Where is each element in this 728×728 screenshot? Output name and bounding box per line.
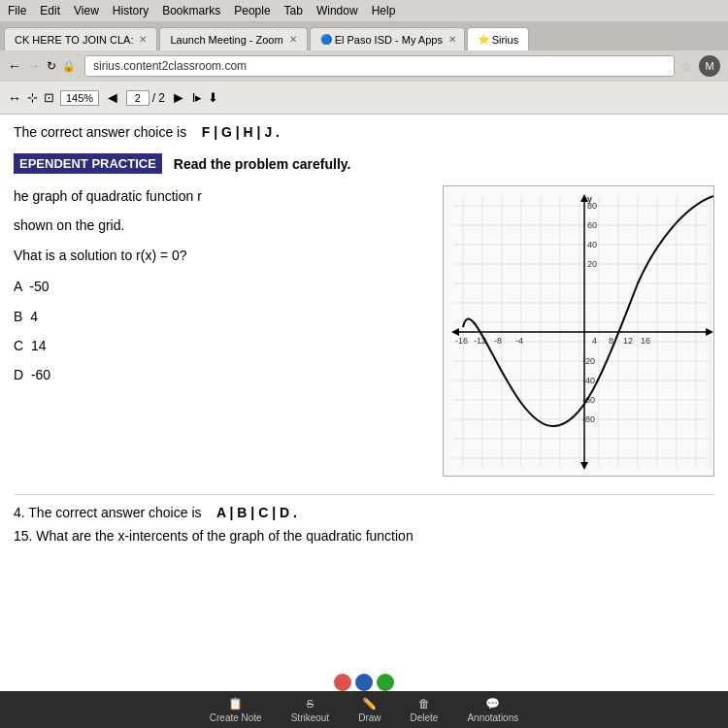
menu-people[interactable]: People bbox=[234, 4, 270, 17]
svg-text:40: 40 bbox=[587, 240, 597, 249]
menu-bar: File Edit View History Bookmarks People … bbox=[0, 0, 728, 21]
cursor-icon[interactable]: ⊹ bbox=[27, 90, 38, 105]
correct-answer-4: 4. The correct answer choice is A | B | … bbox=[14, 505, 714, 520]
svg-text:-20: -20 bbox=[582, 356, 595, 366]
correct-answer-prefix: The correct answer choice is bbox=[14, 124, 186, 140]
choice-d-letter: D bbox=[14, 367, 23, 382]
svg-text:80: 80 bbox=[587, 201, 597, 211]
profile-icon[interactable]: M bbox=[699, 55, 720, 77]
section-instruction: Read the problem carefully. bbox=[174, 156, 351, 172]
menu-tab[interactable]: Tab bbox=[284, 4, 303, 17]
svg-text:-80: -80 bbox=[582, 414, 595, 424]
color-dot-blue[interactable] bbox=[355, 674, 373, 691]
delete-icon: 🗑 bbox=[415, 697, 433, 711]
page-input[interactable]: 2 bbox=[126, 90, 149, 106]
create-note-label: Create Note bbox=[210, 712, 262, 723]
page-separator: / bbox=[152, 91, 155, 105]
correct-answer-3: The correct answer choice is F | G | H |… bbox=[14, 124, 714, 140]
page-total: 2 bbox=[158, 91, 165, 105]
tab-label: Launch Meeting - Zoom bbox=[170, 34, 282, 46]
delete-button[interactable]: 🗑 Delete bbox=[411, 697, 439, 723]
page-content: The correct answer choice is F | G | H |… bbox=[0, 115, 728, 691]
choice-c-letter: C bbox=[14, 338, 23, 353]
svg-text:16: 16 bbox=[641, 336, 650, 346]
svg-text:-16: -16 bbox=[455, 336, 468, 346]
download-icon[interactable]: ⬇ bbox=[208, 90, 218, 105]
menu-file[interactable]: File bbox=[8, 4, 26, 17]
menu-bookmarks[interactable]: Bookmarks bbox=[162, 4, 220, 17]
parabola-curve bbox=[463, 196, 713, 426]
fit-page-button[interactable]: I▸ bbox=[192, 90, 203, 105]
back-button[interactable]: ← bbox=[8, 58, 21, 74]
question-5-text: 15. What are the x-intercents of the gra… bbox=[14, 528, 414, 544]
prev-page-button[interactable]: ◄ bbox=[105, 89, 120, 107]
correct-answer-4-options: A | B | C | D . bbox=[216, 505, 297, 520]
annotations-icon: 💬 bbox=[484, 697, 502, 711]
svg-text:-40: -40 bbox=[582, 376, 595, 385]
svg-text:-4: -4 bbox=[515, 336, 523, 346]
tab-elpaso[interactable]: 🔵 El Paso ISD - My Apps ✕ bbox=[310, 27, 465, 50]
tab-favicon: ⭐ bbox=[478, 34, 489, 45]
color-dot-row bbox=[334, 674, 394, 691]
tab-label: El Paso ISD - My Apps bbox=[335, 34, 443, 46]
bottom-section: 4. The correct answer choice is A | B | … bbox=[14, 494, 714, 544]
color-dot-green[interactable] bbox=[377, 674, 394, 691]
problem-question: Vhat is a solution to r(x) = 0? bbox=[14, 245, 423, 266]
svg-text:-8: -8 bbox=[494, 336, 502, 346]
svg-text:8: 8 bbox=[609, 336, 613, 346]
problem-description-2: shown on the grid. bbox=[14, 215, 423, 236]
svg-text:20: 20 bbox=[587, 259, 597, 269]
choice-d: D -60 bbox=[14, 364, 423, 385]
choice-b-value: 4 bbox=[30, 309, 38, 324]
tab-favicon: 🔵 bbox=[320, 34, 332, 45]
strikeout-button[interactable]: S Strikeout bbox=[291, 697, 329, 723]
choice-a: A -50 bbox=[14, 276, 423, 297]
graph-container: y -16 -12 -8 -4 4 bbox=[443, 185, 714, 480]
draw-label: Draw bbox=[358, 712, 381, 723]
pan-icon[interactable]: ↔ bbox=[8, 90, 21, 106]
address-input[interactable] bbox=[84, 55, 675, 77]
tab-clajoin[interactable]: CK HERE TO JOIN CLA: ✕ bbox=[4, 27, 157, 50]
annotations-button[interactable]: 💬 Annotations bbox=[467, 697, 518, 723]
reload-button[interactable]: ↻ bbox=[47, 59, 56, 73]
strikeout-label: Strikeout bbox=[291, 712, 329, 723]
menu-history[interactable]: History bbox=[113, 4, 149, 17]
correct-answer-4-prefix: 4. The correct answer choice is bbox=[14, 505, 202, 520]
tab-zoom[interactable]: Launch Meeting - Zoom ✕ bbox=[159, 27, 307, 50]
quadratic-graph: y -16 -12 -8 -4 4 bbox=[443, 185, 714, 477]
menu-window[interactable]: Window bbox=[316, 4, 358, 17]
menu-view[interactable]: View bbox=[74, 4, 99, 17]
create-note-icon: 📋 bbox=[227, 697, 245, 711]
address-bar: ← → ↻ 🔒 ☆ M bbox=[0, 50, 728, 82]
menu-edit[interactable]: Edit bbox=[40, 4, 60, 17]
draw-icon: ✏️ bbox=[361, 697, 379, 711]
forward-button[interactable]: → bbox=[27, 58, 41, 74]
annotations-label: Annotations bbox=[467, 712, 518, 723]
draw-button[interactable]: ✏️ Draw bbox=[358, 697, 381, 723]
svg-marker-33 bbox=[706, 328, 713, 336]
tab-sirius[interactable]: ⭐ Sirius bbox=[467, 27, 530, 50]
tab-close-icon[interactable]: ✕ bbox=[139, 34, 147, 45]
svg-text:12: 12 bbox=[623, 336, 633, 346]
page-indicator: 2 / 2 bbox=[126, 90, 165, 106]
practice-label: EPENDENT PRACTICE bbox=[14, 153, 162, 174]
problem-text: he graph of quadratic function r shown o… bbox=[14, 185, 423, 480]
lock-icon: 🔒 bbox=[62, 60, 76, 73]
bookmark-star-icon[interactable]: ☆ bbox=[680, 58, 693, 74]
color-dot-red[interactable] bbox=[334, 674, 351, 691]
svg-text:4: 4 bbox=[592, 336, 597, 346]
select-icon[interactable]: ⊡ bbox=[44, 90, 54, 105]
next-page-button[interactable]: ► bbox=[171, 89, 186, 107]
browser-frame: File Edit View History Bookmarks People … bbox=[0, 0, 728, 728]
zoom-display[interactable]: 145% bbox=[60, 90, 99, 106]
tab-close-icon[interactable]: ✕ bbox=[289, 34, 297, 45]
document-toolbar: ↔ ⊹ ⊡ 145% ◄ 2 / 2 ► I▸ ⬇ bbox=[0, 82, 728, 115]
choice-b-letter: B bbox=[14, 309, 22, 324]
create-note-button[interactable]: 📋 Create Note bbox=[210, 697, 262, 723]
correct-answer-options-3: F | G | H | J . bbox=[202, 124, 280, 140]
choice-a-value: -50 bbox=[29, 279, 49, 294]
delete-label: Delete bbox=[411, 712, 439, 723]
tab-close-icon[interactable]: ✕ bbox=[448, 34, 456, 45]
choices: A -50 B 4 C 14 D -60 bbox=[14, 276, 423, 386]
menu-help[interactable]: Help bbox=[372, 4, 396, 17]
